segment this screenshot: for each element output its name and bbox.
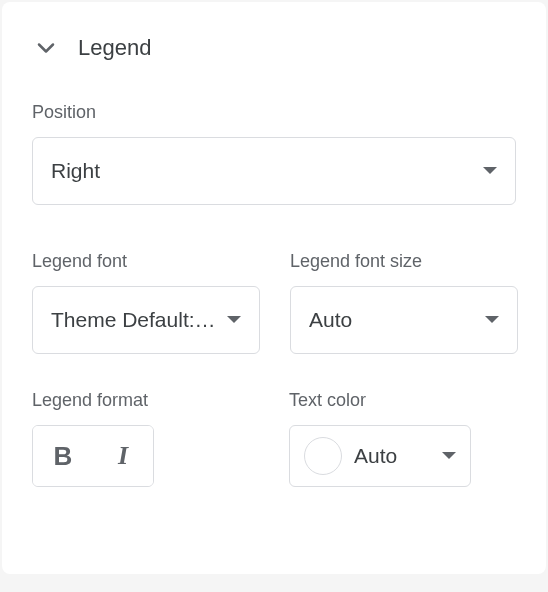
color-swatch [304,437,342,475]
section-title: Legend [78,35,151,61]
bold-button[interactable]: B [33,426,93,486]
position-field: Position Right [32,102,516,205]
text-color-value: Auto [354,444,422,468]
chevron-down-icon [34,36,58,60]
format-label: Legend format [32,390,259,411]
italic-button[interactable]: I [93,426,153,486]
caret-down-icon [483,167,497,175]
legend-panel: Legend Position Right Legend font Theme … [2,2,546,574]
text-color-field: Text color Auto [289,390,516,487]
font-dropdown[interactable]: Theme Default:… [32,286,260,354]
position-dropdown[interactable]: Right [32,137,516,205]
caret-down-icon [227,316,241,324]
font-field: Legend font Theme Default:… [32,251,260,354]
font-size-label: Legend font size [290,251,518,272]
collapse-toggle[interactable] [32,34,60,62]
position-label: Position [32,102,516,123]
font-value: Theme Default:… [51,308,216,332]
caret-down-icon [442,452,456,460]
text-color-label: Text color [289,390,516,411]
text-color-dropdown[interactable]: Auto [289,425,471,487]
position-value: Right [51,159,100,183]
caret-down-icon [485,316,499,324]
font-size-value: Auto [309,308,352,332]
font-row: Legend font Theme Default:… Legend font … [32,251,516,354]
format-row: Legend format B I Text color Auto [32,390,516,487]
font-label: Legend font [32,251,260,272]
font-size-dropdown[interactable]: Auto [290,286,518,354]
format-field: Legend format B I [32,390,259,487]
font-size-field: Legend font size Auto [290,251,518,354]
format-button-group: B I [32,425,154,487]
section-header: Legend [32,34,516,62]
